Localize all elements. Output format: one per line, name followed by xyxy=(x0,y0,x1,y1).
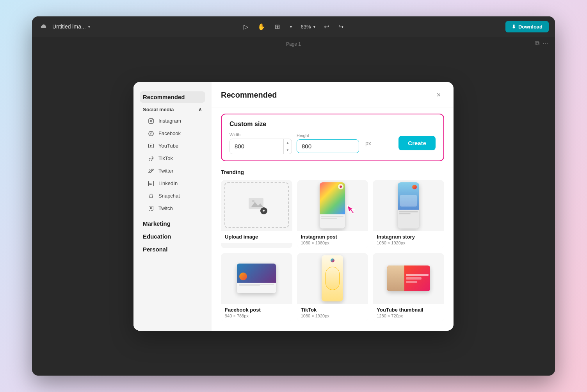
redo-icon[interactable]: ↪ xyxy=(337,21,345,32)
ig-post-size: 1080 × 1080px xyxy=(301,241,365,245)
svg-rect-0 xyxy=(149,119,153,123)
project-title[interactable]: Untitled ima... ▼ xyxy=(52,23,91,30)
sidebar-item-facebook[interactable]: f Facebook xyxy=(140,127,205,140)
width-increment-btn[interactable]: ▲ xyxy=(284,139,292,146)
upload-info: Upload image xyxy=(221,231,292,243)
height-field-group: Height xyxy=(297,133,359,153)
sidebar-item-twitter[interactable]: Twitter xyxy=(140,165,205,177)
undo-icon[interactable]: ↩ xyxy=(322,21,331,32)
yt-name: YouTube thumbnail xyxy=(377,307,440,313)
template-card-youtube[interactable]: YouTube thumbnail 1280 × 720px xyxy=(373,253,444,321)
app-window: Untitled ima... ▼ ▷ ✋ ⊞ ▼ 63% ▼ ↩ ↪ ⬇ Do… xyxy=(32,16,555,376)
cloud-icon[interactable] xyxy=(38,21,49,32)
ig-story-name: Instagram story xyxy=(377,234,440,240)
snapchat-icon xyxy=(148,192,155,200)
svg-rect-10 xyxy=(151,207,152,209)
height-input-wrap xyxy=(297,139,359,153)
chevron-down-icon-zoom[interactable]: ▼ xyxy=(288,23,295,30)
template-card-fb-post[interactable]: Facebook post 940 × 788px xyxy=(221,253,292,321)
width-input-wrap: ▲ ▼ xyxy=(229,139,292,154)
svg-rect-9 xyxy=(150,207,151,209)
sidebar-item-instagram[interactable]: Instagram xyxy=(140,115,205,127)
hand-icon[interactable]: ✋ xyxy=(256,21,267,32)
top-bar: Untitled ima... ▼ ▷ ✋ ⊞ ▼ 63% ▼ ↩ ↪ ⬇ Do… xyxy=(32,16,555,37)
facebook-label: Facebook xyxy=(158,130,181,136)
sidebar-item-youtube[interactable]: YouTube xyxy=(140,140,205,152)
ig-story-size: 1080 × 1920px xyxy=(377,241,440,245)
tiktok-name: TikTok xyxy=(301,307,365,313)
svg-text:in: in xyxy=(149,182,152,186)
sidebar-subsection-social: Social media ∧ Instagram xyxy=(140,104,205,215)
tiktok-icon xyxy=(148,155,155,162)
sidebar-item-linkedin[interactable]: in LinkedIn xyxy=(140,177,205,190)
sidebar-item-tiktok[interactable]: TikTok xyxy=(140,152,205,165)
tiktok-size: 1080 × 1920px xyxy=(301,314,365,318)
width-input[interactable] xyxy=(230,140,283,153)
trending-label: Trending xyxy=(212,167,454,180)
width-field-group: Width ▲ ▼ xyxy=(229,132,292,154)
top-bar-right: ⬇ Download xyxy=(505,21,549,32)
template-card-ig-story[interactable]: Instagram story 1080 × 1920px xyxy=(373,180,444,248)
social-media-label: Social media xyxy=(143,107,174,112)
tiktok-thumb-wrap xyxy=(297,253,368,304)
layout-icon[interactable]: ⊞ xyxy=(273,21,281,32)
ig-story-info: Instagram story 1080 × 1920px xyxy=(373,231,444,248)
yt-thumb-wrap xyxy=(373,253,444,304)
zoom-value: 63% xyxy=(301,24,311,30)
px-label: px xyxy=(365,140,371,146)
chevron-down-icon-2: ▼ xyxy=(313,25,317,29)
svg-text:f: f xyxy=(150,132,152,136)
ig-post-thumb xyxy=(297,180,368,231)
download-label: Download xyxy=(518,24,543,30)
zoom-control[interactable]: 63% ▼ xyxy=(301,24,316,30)
svg-point-1 xyxy=(150,120,152,122)
custom-size-title: Custom size xyxy=(229,121,436,128)
upload-name: Upload image xyxy=(225,234,288,240)
chevron-down-icon: ▼ xyxy=(87,25,91,29)
sidebar-item-marketing[interactable]: Marketing xyxy=(140,218,205,229)
modal-title: Recommended xyxy=(221,91,277,100)
instagram-icon xyxy=(148,118,155,125)
download-button[interactable]: ⬇ Download xyxy=(505,21,549,32)
linkedin-label: LinkedIn xyxy=(158,180,178,186)
modal-sidebar: Recommended Social media ∧ xyxy=(133,82,212,331)
template-card-tiktok[interactable]: TikTok 1080 × 1920px xyxy=(297,253,368,321)
svg-point-2 xyxy=(152,119,153,120)
yt-info: YouTube thumbnail 1280 × 720px xyxy=(373,304,444,321)
sidebar-item-education[interactable]: Education xyxy=(140,231,205,242)
upload-thumb xyxy=(221,180,292,231)
fb-post-name: Facebook post xyxy=(225,307,288,313)
ig-post-name: Instagram post xyxy=(301,234,365,240)
fb-post-thumb xyxy=(221,253,292,304)
template-card-ig-post[interactable]: Instagram post 1080 × 1080px xyxy=(297,180,368,248)
templates-grid: Upload image xyxy=(212,180,454,331)
sidebar-item-recommended[interactable]: Recommended xyxy=(140,91,205,103)
svg-marker-6 xyxy=(150,145,152,147)
modal-main-content: Recommended × Custom size Width xyxy=(212,82,454,331)
fb-post-info: Facebook post 940 × 788px xyxy=(221,304,292,321)
sidebar-item-personal[interactable]: Personal xyxy=(140,244,205,255)
ig-post-info: Instagram post 1080 × 1080px xyxy=(297,231,368,248)
snapchat-label: Snapchat xyxy=(158,193,180,199)
youtube-label: YouTube xyxy=(158,143,178,149)
modal-dialog: Recommended Social media ∧ xyxy=(133,82,454,331)
linkedin-icon: in xyxy=(148,180,155,187)
sidebar-item-twitch[interactable]: Twitch xyxy=(140,202,205,215)
ig-story-thumb xyxy=(373,180,444,231)
height-label: Height xyxy=(297,133,359,138)
tiktok-info: TikTok 1080 × 1920px xyxy=(297,304,368,321)
modal-scroll-area: Custom size Width ▲ ▼ xyxy=(212,107,454,331)
chevron-up-icon: ∧ xyxy=(198,107,202,112)
custom-size-fields: Width ▲ ▼ xyxy=(229,132,436,154)
height-input[interactable] xyxy=(297,140,359,153)
play-icon[interactable]: ▷ xyxy=(242,21,250,32)
sidebar-subsection-social-title[interactable]: Social media ∧ xyxy=(140,104,205,115)
width-decrement-btn[interactable]: ▼ xyxy=(284,146,292,154)
template-card-upload[interactable]: Upload image xyxy=(221,180,292,248)
twitch-icon xyxy=(148,205,155,212)
modal-close-button[interactable]: × xyxy=(433,90,444,101)
twitter-icon xyxy=(148,167,155,175)
svg-point-13 xyxy=(252,200,254,202)
sidebar-item-snapchat[interactable]: Snapchat xyxy=(140,190,205,202)
create-button[interactable]: Create xyxy=(398,136,436,150)
